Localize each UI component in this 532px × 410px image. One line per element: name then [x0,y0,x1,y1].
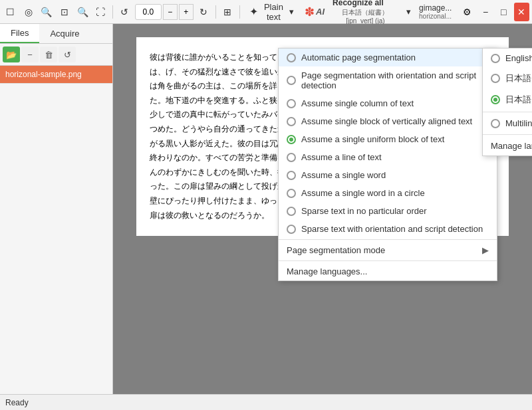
zoom-in-button[interactable]: 🔍 [75,3,90,21]
lang-item-jpn-vert[interactable]: 日本語（縦書）[jpn_vert] [483,89,532,110]
tab-acquire[interactable]: Acquire [39,24,90,43]
seg-separator [279,239,497,240]
tab-files[interactable]: Files [0,24,39,43]
rotate-left-icon-button[interactable]: ↺ [117,3,132,21]
seg-radio-sparse-orient [287,225,296,234]
recognize-icon: ✽ [305,5,315,19]
lang-radio-multilingual [491,119,500,128]
seg-label-uniform: Assume a single uniform block of text [301,134,444,144]
seg-item-sparse-orient[interactable]: Sparse text with orientation and script … [279,220,497,238]
close-button[interactable]: ✕ [514,3,529,21]
language-dropdown: English [eng] ▶ 日本語 [jpn] 日本語（縦書）[jpn_ve… [482,48,532,156]
seg-label-auto: Automatic page segmentation [301,52,416,62]
seg-radio-single-col [287,99,296,108]
main-layout: Files Acquire 📂 − 🗑 ↺ horizonal-sample.p… [0,24,532,394]
recognize-group: ✽ AI Recognize all 日本語（縦書）[jpn_vert] (ja… [305,0,414,27]
seg-item-sparse[interactable]: Sparse text in no particular order [279,202,497,220]
lang-item-eng[interactable]: English [eng] ▶ [483,49,532,68]
sidebar-file-list: horizonal-sample.png [0,66,112,394]
seg-item-auto[interactable]: Automatic page segmentation [279,49,497,66]
seg-label-word-circle: Assume a single word in a circle [301,188,425,198]
seg-separator-2 [279,260,497,261]
statusbar: Ready [0,394,532,410]
window-title: gimage... horizonal... [419,3,452,20]
seg-label-line: Assume a line of text [301,152,382,162]
lang-label-multilingual: Multilingual [505,118,532,128]
seg-item-manage[interactable]: Manage languages... [279,262,497,280]
content-area: 彼は背後に誰かがいることを知っていた。夜更けに、しかも、この人気のない場所で追わ… [113,24,532,394]
recognize-dropdown-button[interactable]: ▾ [404,0,414,24]
lang-label-eng: English [eng] [505,53,532,63]
lang-manage-label: Manage languages... [491,141,532,151]
segmentation-dropdown: Automatic page segmentation Page segment… [278,48,497,281]
seg-page-mode-arrow-icon: ▶ [482,245,489,255]
seg-manage-label: Manage languages... [287,266,367,276]
lang-separator [483,112,532,112]
lang-item-manage[interactable]: Manage languages... [483,136,532,155]
file-name: horizonal-sample.png [5,70,82,79]
zoom-fit-button[interactable]: ⊡ [57,3,72,21]
seg-item-word[interactable]: Assume a single word [279,166,497,184]
refresh-file-button[interactable]: ↺ [59,47,76,62]
plain-text-label: Plain text [261,2,287,22]
recognize-lang-label: 日本語（縦書）[jpn_vert] (ja) [332,8,398,25]
seg-label-vert-block: Assume single block of vertically aligne… [301,116,472,126]
delete-file-button[interactable]: 🗑 [40,47,57,62]
plain-text-button[interactable]: ✦ Plain text ▾ [244,0,299,25]
seg-label-sparse-orient: Sparse text with orientation and script … [301,224,483,234]
seg-radio-orientation [287,76,296,85]
remove-file-button[interactable]: − [21,47,39,62]
list-item[interactable]: horizonal-sample.png [0,66,112,84]
seg-label-single-col: Assume single column of text [301,98,414,108]
recognize-all-button[interactable]: Recognize all 日本語（縦書）[jpn_vert] (ja) [327,0,404,27]
rotate-increment-button[interactable]: + [179,4,194,20]
lang-label-jpn: 日本語 [jpn] [505,72,532,84]
sidebar: Files Acquire 📂 − 🗑 ↺ horizonal-sample.p… [0,24,113,394]
separator-1 [112,5,113,19]
lang-radio-jpn [491,74,500,83]
settings-button[interactable]: ⚙ [460,3,475,21]
seg-label-sparse: Sparse text in no particular order [301,206,427,216]
seg-radio-word [287,171,296,180]
recognize-all-label: Recognize all [332,0,384,8]
seg-item-vert-block[interactable]: Assume single block of vertically aligne… [279,112,497,130]
layout-button[interactable]: ⊞ [220,3,235,21]
lang-radio-eng [491,54,500,63]
lang-item-multilingual[interactable]: Multilingual ▶ [483,114,532,133]
seg-radio-auto [287,53,296,62]
seg-radio-vert-block [287,117,296,126]
seg-page-mode-label: Page segmentation mode [287,245,477,255]
seg-label-word: Assume a single word [301,170,386,180]
seg-item-page-mode[interactable]: Page segmentation mode ▶ [279,241,497,259]
add-file-button[interactable]: 📂 [3,47,20,62]
window-name: gimage... [419,3,452,13]
lang-item-jpn[interactable]: 日本語 [jpn] [483,68,532,89]
ai-icon: AI [316,7,325,17]
seg-radio-line [287,153,296,162]
rotate-input[interactable]: 0.0 [135,4,162,20]
rotate-decrement-button[interactable]: − [163,4,178,20]
open-file-button[interactable]: ◎ [21,3,36,21]
lang-separator-2 [483,134,532,135]
titlebar: ☐ ◎ 🔍 ⊡ 🔍 ⛶ ↺ 0.0 − + ↻ ⊞ ✦ Plain text ▾… [0,0,532,24]
seg-item-uniform[interactable]: Assume a single uniform block of text [279,130,497,148]
seg-item-word-circle[interactable]: Assume a single word in a circle [279,184,497,202]
minimize-button[interactable]: − [478,3,493,21]
statusbar-text: Ready [5,398,29,407]
separator-3 [239,5,240,19]
sidebar-tabs: Files Acquire [0,24,112,44]
zoom-out-button[interactable]: 🔍 [39,3,54,21]
fullscreen-button[interactable]: ⛶ [93,3,108,21]
new-file-button[interactable]: ☐ [3,3,18,21]
sidebar-toolbar: 📂 − 🗑 ↺ [0,44,112,66]
window-subtitle: horizonal... [419,13,452,20]
lang-radio-jpn-vert [491,95,500,104]
seg-label-orientation: Page segmentation with orientation and s… [301,70,489,90]
rotate-right-icon-button[interactable]: ↻ [196,3,211,21]
seg-radio-uniform [287,135,296,144]
seg-item-orientation[interactable]: Page segmentation with orientation and s… [279,66,497,94]
seg-item-line[interactable]: Assume a line of text [279,148,497,166]
maximize-button[interactable]: □ [496,3,511,21]
lang-label-jpn-vert: 日本語（縦書）[jpn_vert] [505,94,532,106]
seg-item-single-col[interactable]: Assume single column of text [279,94,497,112]
